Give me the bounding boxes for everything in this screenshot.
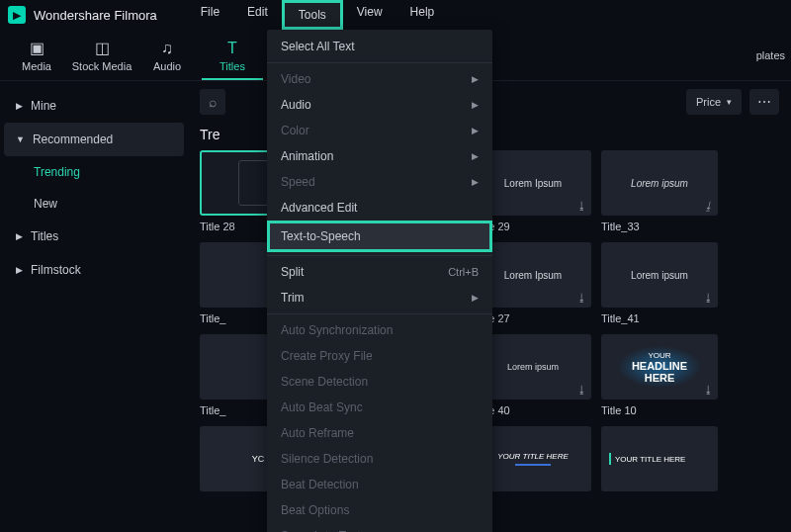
title-card[interactable]: Lorem ipsum⭳ xyxy=(601,242,718,308)
sidebar-item-label: Titles xyxy=(31,229,58,243)
tab-templates[interactable]: plates xyxy=(756,33,785,80)
sidebar-item-label: Recommended xyxy=(33,133,113,146)
media-icon: ▣ xyxy=(30,39,44,57)
title-card[interactable]: YOUR TITLE HERE xyxy=(601,426,718,491)
download-icon[interactable]: ⭳ xyxy=(576,292,587,304)
menu-audio[interactable]: Audio▶ xyxy=(267,92,492,118)
menu-video: Video▶ xyxy=(267,66,492,92)
sidebar-item-titles[interactable]: ▶ Titles xyxy=(4,220,184,253)
search-icon: ⌕ xyxy=(209,94,217,110)
menubar: File Edit Tools View Help xyxy=(187,0,449,30)
card-wrap[interactable]: Lorem ipsum⭳ Title_33 xyxy=(601,150,718,232)
chevron-right-icon: ▶ xyxy=(16,265,23,275)
chevron-right-icon: ▶ xyxy=(16,101,23,111)
menu-auto-beat-sync: Auto Beat Sync xyxy=(267,395,492,420)
tab-label: Stock Media xyxy=(72,60,132,72)
menu-auto-reframe: Auto Reframe xyxy=(267,420,492,446)
chevron-right-icon: ▶ xyxy=(472,293,479,303)
card-wrap[interactable]: YOUR TITLE HERE xyxy=(601,426,718,491)
menu-tools[interactable]: Tools xyxy=(282,0,343,30)
download-icon[interactable]: ⭳ xyxy=(576,200,587,212)
tab-label: plates xyxy=(756,49,785,61)
title-card[interactable]: Lorem ipsum⭳ xyxy=(601,150,718,216)
card-caption: Title_33 xyxy=(601,221,718,232)
menu-select-all-text[interactable]: Select All Text xyxy=(267,34,492,59)
card-caption: Title 10 xyxy=(601,404,718,416)
title-card[interactable]: YOURHEADLINEHERE⭳ xyxy=(601,334,718,399)
titlebar: ▶ Wondershare Filmora File Edit Tools Vi… xyxy=(0,0,791,30)
menu-color: Color▶ xyxy=(267,118,492,143)
more-button[interactable]: ⋯ xyxy=(749,89,779,115)
menu-split[interactable]: SplitCtrl+B xyxy=(267,259,492,285)
menu-separator xyxy=(267,255,492,256)
menu-beat-options: Beat Options xyxy=(267,497,492,523)
card-caption: Title_41 xyxy=(601,312,718,324)
chevron-right-icon: ▶ xyxy=(472,74,479,84)
menu-silence-detection: Silence Detection xyxy=(267,446,492,472)
chevron-right-icon: ▶ xyxy=(16,231,23,241)
tab-media[interactable]: ▣ Media xyxy=(6,33,67,80)
tab-titles[interactable]: T Titles xyxy=(202,33,263,80)
sidebar-item-filmstock[interactable]: ▶ Filmstock xyxy=(4,253,184,287)
download-icon[interactable]: ⭳ xyxy=(576,384,587,396)
titles-icon: T xyxy=(227,40,237,57)
menu-animation[interactable]: Animation▶ xyxy=(267,143,492,169)
download-icon[interactable]: ⭳ xyxy=(703,384,714,396)
menu-help[interactable]: Help xyxy=(396,0,449,30)
tab-stock-media[interactable]: ◫ Stock Media xyxy=(71,33,132,80)
sidebar-sub-new[interactable]: New xyxy=(4,188,184,220)
tab-label: Titles xyxy=(220,60,245,72)
search-button[interactable]: ⌕ xyxy=(200,89,225,115)
tab-audio[interactable]: ♫ Audio xyxy=(136,33,198,80)
chevron-down-icon: ▼ xyxy=(16,134,25,144)
card-wrap[interactable]: Lorem ipsum⭳ Title_41 xyxy=(601,242,718,324)
download-icon[interactable]: ⭳ xyxy=(703,292,714,304)
menu-advanced-edit[interactable]: Advanced Edit xyxy=(267,195,492,221)
more-icon: ⋯ xyxy=(757,94,772,110)
app-logo-icon: ▶ xyxy=(8,6,26,24)
menu-auto-sync: Auto Synchronization xyxy=(267,317,492,343)
card-wrap[interactable]: YOURHEADLINEHERE⭳ Title 10 xyxy=(601,334,718,416)
sort-label: Price xyxy=(696,96,721,108)
audio-icon: ♫ xyxy=(161,40,173,57)
sidebar: ▶ Mine ▼ Recommended Trending New ▶ Titl… xyxy=(0,81,188,532)
menu-speech-to-text: Speech-to-Text xyxy=(267,523,492,532)
menu-create-proxy: Create Proxy File xyxy=(267,343,492,369)
menu-edit[interactable]: Edit xyxy=(233,0,282,30)
chevron-right-icon: ▶ xyxy=(472,126,479,135)
menu-text-to-speech[interactable]: Text-to-Speech xyxy=(267,221,492,252)
chevron-right-icon: ▶ xyxy=(472,100,479,110)
menu-trim[interactable]: Trim▶ xyxy=(267,285,492,310)
tab-label: Media xyxy=(22,60,51,72)
menu-separator xyxy=(267,62,492,63)
tab-label: Audio xyxy=(153,60,181,72)
menu-speed: Speed▶ xyxy=(267,169,492,195)
download-icon[interactable]: ⭳ xyxy=(703,200,714,212)
app-title: Wondershare Filmora xyxy=(34,8,157,23)
menu-view[interactable]: View xyxy=(343,0,396,30)
sidebar-item-mine[interactable]: ▶ Mine xyxy=(4,89,184,123)
menu-file[interactable]: File xyxy=(187,0,233,30)
stock-media-icon: ◫ xyxy=(95,39,110,57)
menu-scene-detection: Scene Detection xyxy=(267,369,492,395)
chevron-down-icon: ▾ xyxy=(727,97,732,107)
chevron-right-icon: ▶ xyxy=(472,151,479,161)
sidebar-item-label: Mine xyxy=(31,99,56,113)
sidebar-item-label: Filmstock xyxy=(31,263,81,277)
sidebar-sub-trending[interactable]: Trending xyxy=(4,156,184,188)
chevron-right-icon: ▶ xyxy=(472,177,479,187)
menu-beat-detection: Beat Detection xyxy=(267,472,492,497)
menu-separator xyxy=(267,313,492,314)
tools-dropdown: Select All Text Video▶ Audio▶ Color▶ Ani… xyxy=(267,30,492,532)
sort-dropdown[interactable]: Price ▾ xyxy=(686,89,742,115)
sidebar-item-recommended[interactable]: ▼ Recommended xyxy=(4,123,184,156)
